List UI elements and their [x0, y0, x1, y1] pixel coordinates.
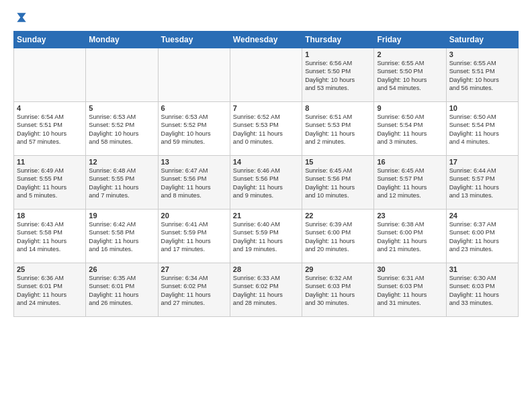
calendar-cell — [230, 48, 302, 102]
day-header-friday: Friday — [374, 32, 446, 48]
calendar-cell: 6Sunrise: 6:53 AM Sunset: 5:52 PM Daylig… — [158, 102, 230, 156]
cell-info: Sunrise: 6:39 AM Sunset: 6:00 PM Dayligh… — [305, 220, 371, 254]
cell-info: Sunrise: 6:53 AM Sunset: 5:52 PM Dayligh… — [89, 113, 154, 146]
cell-info: Sunrise: 6:48 AM Sunset: 5:55 PM Dayligh… — [89, 167, 154, 200]
cell-info: Sunrise: 6:51 AM Sunset: 5:53 PM Dayligh… — [305, 113, 371, 146]
day-number: 7 — [233, 104, 299, 112]
cell-info: Sunrise: 6:53 AM Sunset: 5:52 PM Dayligh… — [161, 113, 227, 146]
calendar-cell: 15Sunrise: 6:45 AM Sunset: 5:56 PM Dayli… — [302, 156, 374, 210]
header — [13, 11, 519, 24]
cell-info: Sunrise: 6:55 AM Sunset: 5:50 PM Dayligh… — [377, 59, 443, 93]
cell-info: Sunrise: 6:55 AM Sunset: 5:51 PM Dayligh… — [449, 59, 515, 93]
day-number: 14 — [233, 158, 299, 166]
day-number: 13 — [161, 158, 227, 166]
day-header-wednesday: Wednesday — [230, 32, 302, 48]
cell-info: Sunrise: 6:41 AM Sunset: 5:59 PM Dayligh… — [161, 220, 227, 254]
day-number: 25 — [17, 265, 83, 273]
day-number: 5 — [89, 104, 154, 112]
calendar-cell: 14Sunrise: 6:46 AM Sunset: 5:56 PM Dayli… — [230, 156, 302, 210]
calendar-cell: 7Sunrise: 6:52 AM Sunset: 5:53 PM Daylig… — [230, 102, 302, 156]
calendar-cell: 5Sunrise: 6:53 AM Sunset: 5:52 PM Daylig… — [86, 102, 158, 156]
calendar-cell: 30Sunrise: 6:31 AM Sunset: 6:03 PM Dayli… — [374, 263, 446, 317]
week-row-4: 18Sunrise: 6:43 AM Sunset: 5:58 PM Dayli… — [14, 210, 519, 263]
cell-info: Sunrise: 6:45 AM Sunset: 5:56 PM Dayligh… — [305, 167, 371, 200]
day-header-tuesday: Tuesday — [158, 32, 230, 48]
calendar-cell: 25Sunrise: 6:36 AM Sunset: 6:01 PM Dayli… — [14, 263, 86, 317]
week-row-5: 25Sunrise: 6:36 AM Sunset: 6:01 PM Dayli… — [14, 263, 519, 317]
logo — [13, 11, 28, 24]
week-row-3: 11Sunrise: 6:49 AM Sunset: 5:55 PM Dayli… — [14, 156, 519, 210]
cell-info: Sunrise: 6:32 AM Sunset: 6:03 PM Dayligh… — [305, 274, 371, 308]
cell-info: Sunrise: 6:40 AM Sunset: 5:59 PM Dayligh… — [233, 220, 299, 254]
cell-info: Sunrise: 6:33 AM Sunset: 6:02 PM Dayligh… — [233, 274, 299, 308]
calendar-cell: 16Sunrise: 6:45 AM Sunset: 5:57 PM Dayli… — [374, 156, 446, 210]
day-number: 29 — [305, 265, 371, 273]
calendar-cell: 11Sunrise: 6:49 AM Sunset: 5:55 PM Dayli… — [14, 156, 86, 210]
cell-info: Sunrise: 6:42 AM Sunset: 5:58 PM Dayligh… — [89, 220, 154, 254]
calendar-cell: 29Sunrise: 6:32 AM Sunset: 6:03 PM Dayli… — [302, 263, 374, 317]
day-number: 21 — [233, 212, 299, 220]
calendar-cell — [86, 48, 158, 102]
day-number: 20 — [161, 212, 227, 220]
cell-info: Sunrise: 6:44 AM Sunset: 5:57 PM Dayligh… — [449, 167, 515, 200]
day-header-saturday: Saturday — [446, 32, 518, 48]
cell-info: Sunrise: 6:38 AM Sunset: 6:00 PM Dayligh… — [377, 220, 443, 254]
day-number: 26 — [89, 265, 154, 273]
calendar-cell: 24Sunrise: 6:37 AM Sunset: 6:00 PM Dayli… — [446, 210, 518, 263]
calendar-cell — [158, 48, 230, 102]
cell-info: Sunrise: 6:50 AM Sunset: 5:54 PM Dayligh… — [449, 113, 515, 146]
calendar-cell: 23Sunrise: 6:38 AM Sunset: 6:00 PM Dayli… — [374, 210, 446, 263]
calendar-cell: 22Sunrise: 6:39 AM Sunset: 6:00 PM Dayli… — [302, 210, 374, 263]
calendar-cell: 20Sunrise: 6:41 AM Sunset: 5:59 PM Dayli… — [158, 210, 230, 263]
cell-info: Sunrise: 6:54 AM Sunset: 5:51 PM Dayligh… — [17, 113, 83, 146]
svg-marker-0 — [17, 13, 26, 21]
calendar-cell: 10Sunrise: 6:50 AM Sunset: 5:54 PM Dayli… — [446, 102, 518, 156]
day-header-monday: Monday — [86, 32, 158, 48]
page: SundayMondayTuesdayWednesdayThursdayFrid… — [0, 0, 532, 411]
day-number: 16 — [377, 158, 443, 166]
calendar-cell: 27Sunrise: 6:34 AM Sunset: 6:02 PM Dayli… — [158, 263, 230, 317]
day-number: 31 — [449, 265, 515, 273]
calendar-cell: 12Sunrise: 6:48 AM Sunset: 5:55 PM Dayli… — [86, 156, 158, 210]
day-number: 18 — [17, 212, 83, 220]
calendar-cell: 26Sunrise: 6:35 AM Sunset: 6:01 PM Dayli… — [86, 263, 158, 317]
day-number: 10 — [449, 104, 515, 112]
calendar-cell: 2Sunrise: 6:55 AM Sunset: 5:50 PM Daylig… — [374, 48, 446, 102]
day-number: 23 — [377, 212, 443, 220]
day-number: 15 — [305, 158, 371, 166]
calendar-cell: 21Sunrise: 6:40 AM Sunset: 5:59 PM Dayli… — [230, 210, 302, 263]
calendar-cell — [14, 48, 86, 102]
cell-info: Sunrise: 6:47 AM Sunset: 5:56 PM Dayligh… — [161, 167, 227, 200]
cell-info: Sunrise: 6:45 AM Sunset: 5:57 PM Dayligh… — [377, 167, 443, 200]
day-number: 6 — [161, 104, 227, 112]
day-number: 19 — [89, 212, 154, 220]
day-number: 22 — [305, 212, 371, 220]
calendar-cell: 17Sunrise: 6:44 AM Sunset: 5:57 PM Dayli… — [446, 156, 518, 210]
day-number: 11 — [17, 158, 83, 166]
day-number: 12 — [89, 158, 154, 166]
calendar-cell: 19Sunrise: 6:42 AM Sunset: 5:58 PM Dayli… — [86, 210, 158, 263]
calendar-cell: 4Sunrise: 6:54 AM Sunset: 5:51 PM Daylig… — [14, 102, 86, 156]
cell-info: Sunrise: 6:31 AM Sunset: 6:03 PM Dayligh… — [377, 274, 443, 308]
calendar-cell: 13Sunrise: 6:47 AM Sunset: 5:56 PM Dayli… — [158, 156, 230, 210]
calendar-table: SundayMondayTuesdayWednesdayThursdayFrid… — [13, 31, 519, 317]
cell-info: Sunrise: 6:50 AM Sunset: 5:54 PM Dayligh… — [377, 113, 443, 146]
cell-info: Sunrise: 6:37 AM Sunset: 6:00 PM Dayligh… — [449, 220, 515, 254]
cell-info: Sunrise: 6:36 AM Sunset: 6:01 PM Dayligh… — [17, 274, 83, 308]
calendar-cell: 31Sunrise: 6:30 AM Sunset: 6:03 PM Dayli… — [446, 263, 518, 317]
day-number: 28 — [233, 265, 299, 273]
cell-info: Sunrise: 6:35 AM Sunset: 6:01 PM Dayligh… — [89, 274, 154, 308]
day-number: 3 — [449, 50, 515, 58]
cell-info: Sunrise: 6:43 AM Sunset: 5:58 PM Dayligh… — [17, 220, 83, 254]
logo-flag-icon — [15, 11, 28, 24]
day-number: 30 — [377, 265, 443, 273]
header-row: SundayMondayTuesdayWednesdayThursdayFrid… — [14, 32, 519, 48]
cell-info: Sunrise: 6:52 AM Sunset: 5:53 PM Dayligh… — [233, 113, 299, 146]
day-header-thursday: Thursday — [302, 32, 374, 48]
cell-info: Sunrise: 6:46 AM Sunset: 5:56 PM Dayligh… — [233, 167, 299, 200]
day-header-sunday: Sunday — [14, 32, 86, 48]
calendar-cell: 1Sunrise: 6:56 AM Sunset: 5:50 PM Daylig… — [302, 48, 374, 102]
day-number: 8 — [305, 104, 371, 112]
cell-info: Sunrise: 6:49 AM Sunset: 5:55 PM Dayligh… — [17, 167, 83, 200]
cell-info: Sunrise: 6:34 AM Sunset: 6:02 PM Dayligh… — [161, 274, 227, 308]
